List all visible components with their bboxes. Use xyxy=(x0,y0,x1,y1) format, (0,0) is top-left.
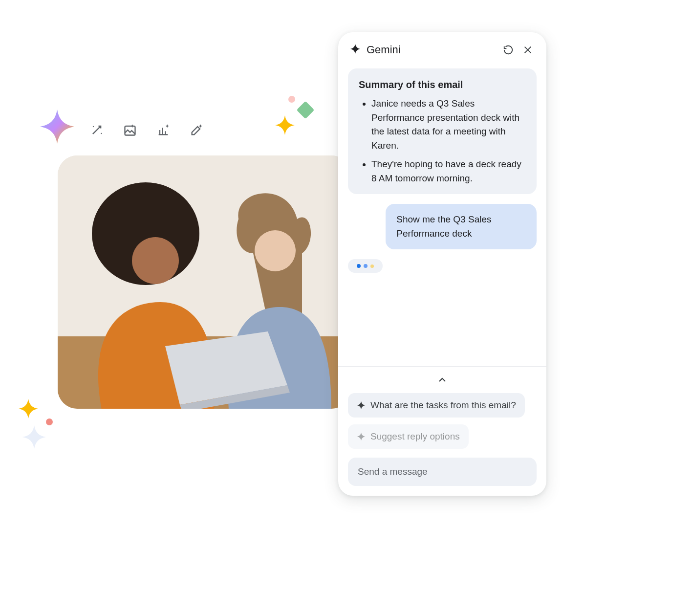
sparkle-icon xyxy=(19,399,38,418)
summary-bullet: Janice needs a Q3 Sales Performance pres… xyxy=(371,97,526,153)
svg-point-6 xyxy=(132,237,179,284)
summary-bullet: They're hoping to have a deck ready 8 AM… xyxy=(371,157,526,185)
sparkle-icon xyxy=(40,110,74,144)
suggestion-chip[interactable]: Suggest reply options xyxy=(348,424,469,449)
message-input[interactable] xyxy=(358,466,527,477)
brush-sparkle-icon xyxy=(189,122,204,138)
user-message-bubble: Show me the Q3 Sales Performance deck xyxy=(386,204,537,249)
refresh-button[interactable] xyxy=(501,43,515,57)
decoration-dot xyxy=(288,96,295,103)
decoration-dot xyxy=(46,418,53,425)
svg-point-7 xyxy=(255,230,296,271)
gemini-panel: Gemini Summary of this email Janice need… xyxy=(338,32,546,496)
typing-indicator xyxy=(348,259,383,273)
chart-sparkle-icon xyxy=(155,122,171,138)
svg-point-0 xyxy=(93,126,94,127)
image-sparkle-icon xyxy=(122,122,138,138)
close-button[interactable] xyxy=(521,43,535,57)
decoration-diamond xyxy=(297,101,315,119)
expand-suggestions-button[interactable] xyxy=(434,373,450,388)
summary-heading: Summary of this email xyxy=(359,77,526,92)
panel-title: Gemini xyxy=(367,44,496,56)
suggestion-chip[interactable]: What are the tasks from this email? xyxy=(348,393,525,418)
ai-tools-toolbar xyxy=(89,122,204,138)
suggestion-chip-label: Suggest reply options xyxy=(370,431,460,442)
panel-header: Gemini xyxy=(348,43,537,60)
hero-photo xyxy=(58,155,351,409)
sparkle-icon xyxy=(275,115,295,135)
user-message-text: Show me the Q3 Sales Performance deck xyxy=(396,214,491,239)
gemini-spark-icon xyxy=(350,44,361,56)
message-input-container[interactable] xyxy=(348,458,537,486)
svg-point-1 xyxy=(101,133,102,134)
chat-thread: Summary of this email Janice needs a Q3 … xyxy=(348,60,537,366)
assistant-summary-bubble: Summary of this email Janice needs a Q3 … xyxy=(348,68,537,194)
suggestion-chip-label: What are the tasks from this email? xyxy=(370,400,516,411)
panel-bottom: What are the tasks from this email? Sugg… xyxy=(338,366,546,486)
magic-wand-icon xyxy=(89,122,105,138)
sparkle-icon xyxy=(22,425,46,449)
